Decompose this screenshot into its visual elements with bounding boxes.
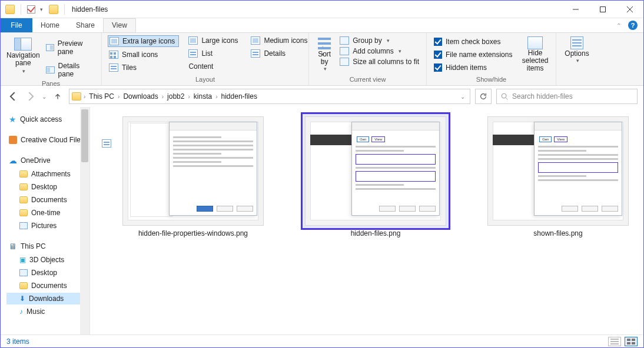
quick-access-properties-icon[interactable] [27,5,35,14]
hidden-items-checkbox[interactable]: Hidden items [433,62,513,73]
svg-rect-4 [627,342,630,344]
size-all-columns-button[interactable]: Size all columns to fit [338,56,420,67]
group-label-panes: Panes [6,80,95,88]
breadcrumb-jobb2[interactable]: jobb2 [166,92,185,101]
sort-by-button[interactable]: Sort by ▾ [315,35,334,72]
layout-medium-icons[interactable]: Medium icons [250,35,311,46]
search-input[interactable]: Search hidden-files [496,89,638,104]
layout-list[interactable]: List [187,48,241,59]
title-folder-icon [49,5,58,14]
back-button[interactable] [6,90,19,103]
refresh-button[interactable] [475,89,492,104]
details-pane-label: Details pane [58,62,94,78]
group-label-layout: Layout [108,76,303,84]
up-button[interactable] [51,90,64,103]
navigation-pane-button[interactable]: Navigation pane ▾ [6,35,40,74]
collapse-ribbon-icon[interactable]: ⌃ [616,22,621,29]
address-bar[interactable]: › This PC › Downloads › jobb2 › kinsta ›… [69,89,470,104]
status-bar: 3 items [1,334,643,347]
thumbnails-view-button[interactable] [625,337,638,346]
file-menu[interactable]: File [1,18,32,32]
layout-details[interactable]: Details [250,48,311,59]
forward-button[interactable] [24,90,37,103]
chevron-down-icon: ▾ [387,38,390,44]
tree-onedrive-attachments[interactable]: Attachments [6,168,87,180]
layout-tiles[interactable]: Tiles [108,62,179,73]
tree-onedrive-pictures[interactable]: Pictures [6,220,87,232]
file-name-extensions-checkbox[interactable]: File name extensions [433,49,513,60]
quick-access-dropdown-icon[interactable]: ▾ [40,6,43,12]
add-columns-button[interactable]: Add columns▾ [338,46,420,56]
layout-content[interactable]: Content [187,61,241,72]
help-button[interactable]: ? [628,21,638,30]
options-button[interactable]: Options ▾ [562,35,592,63]
breadcrumb-chevron-icon[interactable]: › [187,93,191,100]
breadcrumb-kinsta[interactable]: kinsta [192,92,213,101]
file-item[interactable]: GenView hidden-files.png [296,116,455,237]
details-view-button[interactable] [608,337,621,346]
breadcrumb-hidden-files[interactable]: hidden-files [220,92,258,101]
hide-selected-label: Hide selected items [520,49,550,73]
preview-pane-label: Preview pane [58,39,94,56]
tree-onedrive-onetime[interactable]: One-time [6,207,87,219]
layout-extra-large-icons[interactable]: Extra large icons [108,35,179,47]
layout-small-icons[interactable]: Small icons [108,49,179,60]
chevron-down-icon: ▾ [324,66,327,72]
tree-creative-cloud[interactable]: Creative Cloud Files [6,134,87,146]
breadcrumb-chevron-icon[interactable]: › [161,93,165,100]
tab-share[interactable]: Share [68,18,103,32]
scrollbar-thumb[interactable] [81,109,88,162]
preview-pane-button[interactable]: Preview pane [45,38,95,58]
tree-onedrive-documents[interactable]: Documents [6,194,87,206]
hide-selected-items-button[interactable]: Hide selected items [520,35,550,73]
search-placeholder: Search hidden-files [512,92,573,101]
ribbon-tabs: File Home Share View ⌃ ? [1,18,643,33]
close-button[interactable] [616,1,643,18]
tab-home[interactable]: Home [32,18,68,32]
folder-icon [72,92,81,101]
tree-documents[interactable]: Documents [6,280,87,292]
ribbon: Navigation pane ▾ Preview pane Details p… [1,33,643,86]
downloads-icon: ⬇ [19,295,25,303]
files-view[interactable]: hidden-file-properties-windows.png GenVi… [90,107,643,334]
file-item[interactable]: hidden-file-properties-windows.png [114,116,273,237]
tree-this-pc[interactable]: 🖥This PC [6,240,87,253]
nav-scrollbar[interactable] [80,107,89,334]
details-icon [251,49,260,58]
breadcrumb-downloads[interactable]: Downloads [122,92,159,101]
pc-icon: 🖥 [9,242,17,251]
maximize-button[interactable] [589,1,616,18]
documents-icon [19,282,28,289]
svg-rect-2 [627,339,630,341]
breadcrumb-chevron-icon[interactable]: › [82,93,87,100]
svg-rect-5 [632,342,635,344]
breadcrumb-this-pc[interactable]: This PC [88,92,115,101]
app-folder-icon [5,5,15,14]
tree-desktop[interactable]: Desktop [6,267,87,279]
tree-onedrive[interactable]: ☁OneDrive [6,154,87,167]
options-icon [570,36,583,49]
tab-view[interactable]: View [103,18,136,32]
layout-large-icons[interactable]: Large icons [187,35,241,46]
tiles-icon [109,63,118,72]
tree-music[interactable]: ♪Music [6,306,87,317]
tree-onedrive-desktop[interactable]: Desktop [6,181,87,193]
status-text: 3 items [6,337,29,346]
recent-locations-button[interactable]: ⌄ [42,93,47,100]
breadcrumb-chevron-icon[interactable]: › [214,93,218,100]
minimize-button[interactable] [562,1,589,18]
group-by-button[interactable]: Group by▾ [338,35,420,46]
file-item[interactable]: GenView shown-files.png [479,116,638,237]
details-pane-button[interactable]: Details pane [45,60,95,80]
tree-quick-access[interactable]: ★Quick access [6,113,87,126]
medium-icons-icon [251,36,260,45]
chevron-down-icon: ▾ [576,58,579,63]
folder-icon [19,183,28,190]
file-name: shown-files.png [530,229,586,237]
tree-downloads[interactable]: ⬇Downloads [6,293,87,304]
group-label-show-hide: Show/hide [433,76,550,84]
breadcrumb-chevron-icon[interactable]: › [117,93,121,100]
address-dropdown-icon[interactable]: ⌄ [460,93,465,100]
tree-3d-objects[interactable]: ▣3D Objects [6,254,87,266]
item-check-boxes-checkbox[interactable]: Item check boxes [433,36,513,47]
